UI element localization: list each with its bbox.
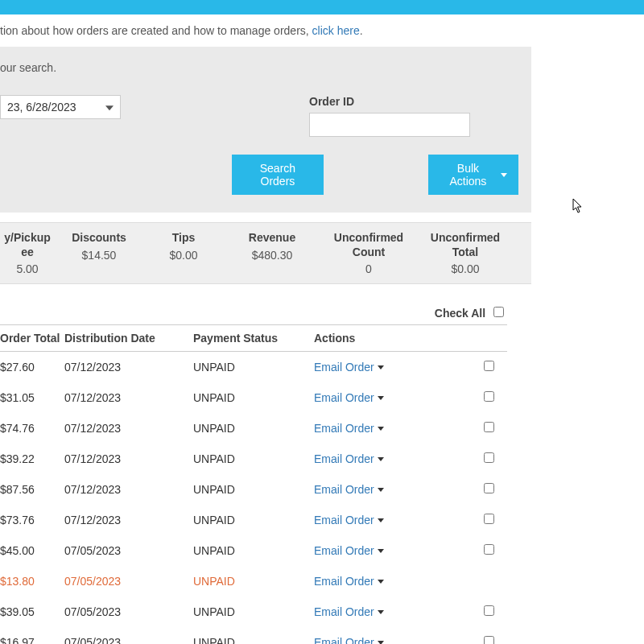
check-all-row: Check All bbox=[0, 302, 507, 325]
cell-distribution-date: 07/12/2023 bbox=[64, 483, 193, 496]
row-checkbox[interactable] bbox=[484, 452, 494, 463]
cell-actions: Email Order bbox=[314, 422, 427, 435]
summary-hdr: Revenue bbox=[227, 231, 317, 246]
caret-down-icon bbox=[378, 518, 384, 522]
row-checkbox[interactable] bbox=[484, 544, 494, 555]
cell-distribution-date: 07/12/2023 bbox=[64, 361, 193, 374]
email-order-dropdown[interactable]: Email Order bbox=[314, 605, 384, 618]
cell-check bbox=[427, 605, 499, 618]
date-field-group: 23, 6/28/2023 bbox=[0, 95, 121, 137]
cell-distribution-date: 07/12/2023 bbox=[64, 452, 193, 465]
email-order-dropdown[interactable]: Email Order bbox=[314, 575, 384, 588]
caret-down-icon bbox=[378, 365, 384, 369]
email-order-dropdown[interactable]: Email Order bbox=[314, 422, 384, 435]
email-order-dropdown[interactable]: Email Order bbox=[314, 544, 384, 557]
cursor-icon bbox=[572, 198, 585, 214]
summary-col-unconfirmed-total: UnconfirmedTotal $0.00 bbox=[417, 223, 514, 283]
row-checkbox[interactable] bbox=[484, 605, 494, 616]
cell-distribution-date: 07/05/2023 bbox=[64, 544, 193, 557]
table-row: $16.9707/05/2023UNPAIDEmail Order bbox=[0, 627, 507, 644]
table-row: $73.7607/12/2023UNPAIDEmail Order bbox=[0, 505, 507, 535]
date-select-value: 23, 6/28/2023 bbox=[7, 101, 76, 114]
cell-payment-status: UNPAID bbox=[193, 544, 314, 557]
summary-val: 5.00 bbox=[3, 262, 52, 275]
click-here-link[interactable]: click here bbox=[312, 24, 360, 37]
cell-payment-status: UNPAID bbox=[193, 452, 314, 465]
email-order-label: Email Order bbox=[314, 575, 374, 588]
order-id-group: Order ID bbox=[309, 95, 486, 137]
row-checkbox[interactable] bbox=[484, 422, 494, 432]
email-order-label: Email Order bbox=[314, 636, 374, 644]
cell-actions: Email Order bbox=[314, 361, 427, 374]
row-checkbox[interactable] bbox=[484, 636, 494, 644]
th-actions: Actions bbox=[314, 332, 427, 345]
summary-hdr: UnconfirmedCount bbox=[324, 231, 414, 259]
summary-hdr: UnconfirmedTotal bbox=[420, 231, 510, 259]
cell-check bbox=[427, 544, 499, 557]
date-select[interactable]: 23, 6/28/2023 bbox=[0, 95, 121, 119]
email-order-label: Email Order bbox=[314, 483, 374, 496]
cell-payment-status: UNPAID bbox=[193, 575, 314, 588]
email-order-dropdown[interactable]: Email Order bbox=[314, 391, 384, 404]
info-text: tion about how orders are created and ho… bbox=[0, 14, 644, 47]
summary-hdr: y/Pickupee bbox=[3, 231, 52, 259]
summary-col-pickup: y/Pickupee 5.00 bbox=[0, 223, 55, 283]
cell-actions: Email Order bbox=[314, 514, 427, 526]
cell-payment-status: UNPAID bbox=[193, 361, 314, 374]
cell-order-total: $74.76 bbox=[0, 422, 64, 435]
summary-bar: y/Pickupee 5.00 Discounts $14.50 Tips $0… bbox=[0, 222, 531, 284]
row-checkbox[interactable] bbox=[484, 391, 494, 402]
cell-check bbox=[427, 361, 499, 374]
cell-check bbox=[427, 391, 499, 404]
cell-payment-status: UNPAID bbox=[193, 391, 314, 404]
search-hint: our search. bbox=[0, 61, 518, 74]
email-order-label: Email Order bbox=[314, 452, 374, 465]
table-row: $39.2207/12/2023UNPAIDEmail Order bbox=[0, 444, 507, 474]
email-order-dropdown[interactable]: Email Order bbox=[314, 452, 384, 465]
summary-val: 0 bbox=[324, 262, 414, 275]
caret-down-icon bbox=[378, 457, 384, 461]
info-prefix: tion about how orders are created and ho… bbox=[0, 24, 312, 37]
th-distribution-date: Distribution Date bbox=[64, 332, 193, 345]
email-order-dropdown[interactable]: Email Order bbox=[314, 361, 384, 374]
email-order-dropdown[interactable]: Email Order bbox=[314, 514, 384, 526]
cell-payment-status: UNPAID bbox=[193, 605, 314, 618]
table-row: $27.6007/12/2023UNPAIDEmail Order bbox=[0, 352, 507, 382]
cell-actions: Email Order bbox=[314, 605, 427, 618]
order-id-input[interactable] bbox=[309, 113, 470, 137]
table-row: $13.8007/05/2023UNPAIDEmail Order bbox=[0, 566, 507, 597]
table-row: $39.0507/05/2023UNPAIDEmail Order bbox=[0, 597, 507, 627]
caret-down-icon bbox=[378, 610, 384, 614]
summary-col-tips: Tips $0.00 bbox=[143, 223, 224, 283]
row-checkbox[interactable] bbox=[484, 361, 494, 371]
email-order-label: Email Order bbox=[314, 422, 374, 435]
cell-order-total: $16.97 bbox=[0, 636, 64, 644]
cell-order-total: $45.00 bbox=[0, 544, 64, 557]
cell-payment-status: UNPAID bbox=[193, 514, 314, 526]
cell-payment-status: UNPAID bbox=[193, 422, 314, 435]
row-checkbox[interactable] bbox=[484, 483, 494, 493]
check-all-label: Check All bbox=[435, 307, 485, 320]
row-checkbox[interactable] bbox=[484, 514, 494, 524]
summary-val: $0.00 bbox=[420, 262, 510, 275]
cell-order-total: $27.60 bbox=[0, 361, 64, 374]
search-orders-label: Search Orders bbox=[243, 162, 312, 188]
caret-down-icon bbox=[378, 549, 384, 553]
cell-check bbox=[427, 422, 499, 435]
summary-hdr: Tips bbox=[147, 231, 221, 246]
cell-check bbox=[427, 452, 499, 465]
check-all-checkbox[interactable] bbox=[493, 307, 504, 317]
search-orders-button[interactable]: Search Orders bbox=[232, 155, 324, 195]
summary-hdr: Discounts bbox=[58, 231, 140, 246]
bulk-actions-button[interactable]: Bulk Actions bbox=[428, 155, 518, 195]
cell-check bbox=[427, 514, 499, 526]
email-order-label: Email Order bbox=[314, 361, 374, 374]
cell-order-total: $39.05 bbox=[0, 605, 64, 618]
email-order-dropdown[interactable]: Email Order bbox=[314, 483, 384, 496]
cell-distribution-date: 07/05/2023 bbox=[64, 636, 193, 644]
caret-down-icon bbox=[378, 488, 384, 492]
cell-order-total: $87.56 bbox=[0, 483, 64, 496]
button-row: Search Orders Bulk Actions bbox=[0, 155, 518, 195]
email-order-dropdown[interactable]: Email Order bbox=[314, 636, 384, 644]
cell-actions: Email Order bbox=[314, 575, 427, 588]
